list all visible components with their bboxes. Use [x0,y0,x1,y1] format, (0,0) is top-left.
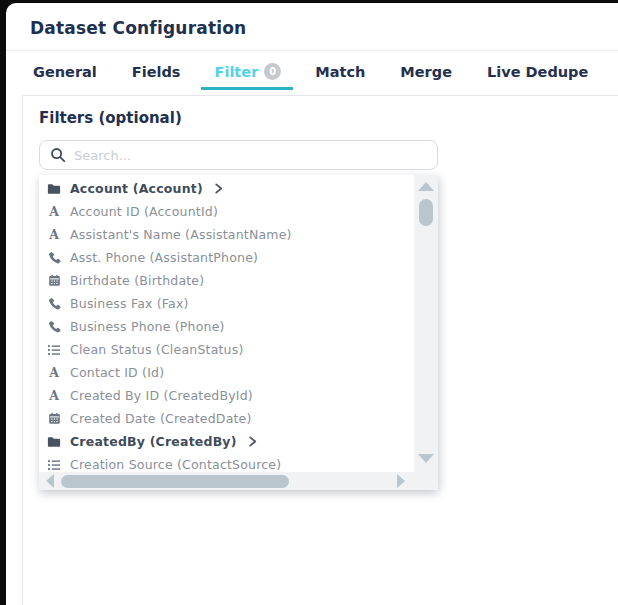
scrollbar-corner [414,472,438,490]
field-list-item[interactable]: A [46,453,414,472]
picklist-icon [46,344,62,356]
dialog-title: Dataset Configuration [30,18,618,38]
tab-label: Merge [400,64,452,80]
text-field-icon: A [46,365,62,380]
dataset-configuration-dialog: Dataset Configuration General Fields Fil… [6,3,618,605]
field-list-item[interactable]: A [46,292,414,315]
chevron-right-icon [247,436,258,447]
field-list-item[interactable]: A [46,177,414,200]
field-list-item[interactable]: A [46,223,414,246]
search-box[interactable] [39,140,438,170]
tab-label: Match [315,64,365,80]
tab-label: General [33,64,97,80]
tab-label: Fields [132,64,181,80]
tab-general[interactable]: General [32,64,98,90]
scroll-down-arrow-icon[interactable] [418,454,434,463]
text-field-icon: A [46,388,62,403]
field-list-item[interactable]: A [46,246,414,269]
tab-bar: General Fields Filter 0 Match Merge Live… [6,51,618,90]
folder-icon [46,435,62,448]
text-field-icon: A [46,204,62,219]
phone-icon [46,251,62,264]
scroll-right-arrow-icon[interactable] [397,474,405,488]
field-label: Asst. Phone (AssistantPhone) [70,250,258,265]
field-list: A [39,175,414,472]
field-list-item[interactable]: A [46,384,414,407]
filters-heading: Filters (optional) [39,109,618,127]
field-list-item[interactable]: A [46,269,414,292]
field-label: Account ID (AccountId) [70,204,218,219]
tab-filter[interactable]: Filter 0 [201,63,294,90]
horizontal-scroll-thumb[interactable] [61,475,289,488]
filter-panel: Filters (optional) A [22,95,618,605]
tab-merge[interactable]: Merge [399,64,453,90]
tab-label: Live Dedupe [487,64,588,80]
field-label: Created Date (CreatedDate) [70,411,252,426]
horizontal-scrollbar[interactable] [39,472,414,490]
field-label: Birthdate (Birthdate) [70,273,204,288]
calendar-icon [46,274,62,287]
field-list-item[interactable]: A [46,315,414,338]
search-icon [50,147,66,163]
field-label: Business Fax (Fax) [70,296,189,311]
search-input[interactable] [74,148,429,163]
field-label: Creation Source (ContactSource) [70,457,281,472]
field-label: Account (Account) [70,181,203,196]
folder-icon [46,182,62,195]
text-field-icon: A [46,227,62,242]
tab-live-dedupe[interactable]: Live Dedupe [486,64,589,90]
phone-icon [46,297,62,310]
field-list-item[interactable]: A [46,200,414,223]
field-label: Created By ID (CreatedById) [70,388,253,403]
field-list-item[interactable]: A [46,430,414,453]
field-dropdown: A [39,175,438,490]
field-label: Contact ID (Id) [70,365,164,380]
field-list-item[interactable]: A [46,361,414,384]
picklist-icon [46,459,62,471]
tab-count-badge: 0 [264,63,281,80]
phone-icon [46,320,62,333]
field-label: CreatedBy (CreatedBy) [70,434,237,449]
vertical-scrollbar[interactable] [414,175,438,472]
chevron-right-icon [213,183,224,194]
dialog-header: Dataset Configuration [6,3,618,51]
field-label: Assistant's Name (AssistantName) [70,227,292,242]
scroll-left-arrow-icon[interactable] [46,474,54,488]
tab-fields[interactable]: Fields [131,64,182,90]
field-list-item[interactable]: A [46,338,414,361]
field-label: Business Phone (Phone) [70,319,225,334]
calendar-icon [46,412,62,425]
field-label: Clean Status (CleanStatus) [70,342,244,357]
scroll-up-arrow-icon[interactable] [418,182,434,191]
field-list-item[interactable]: A [46,407,414,430]
tab-match[interactable]: Match [314,64,366,90]
tab-label: Filter [215,64,259,80]
vertical-scroll-thumb[interactable] [419,199,433,226]
